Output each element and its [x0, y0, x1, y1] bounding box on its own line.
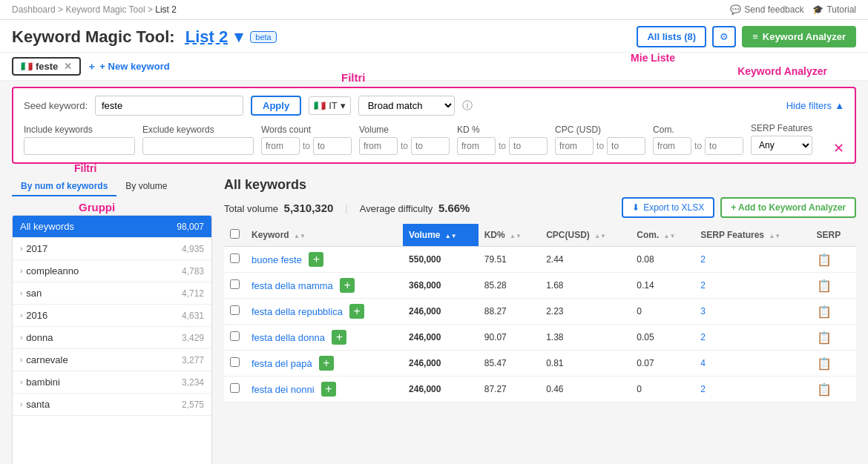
add-keyword-button-1[interactable]: +	[340, 278, 355, 293]
match-type-select[interactable]: Broad match Phrase match Exact match Rel…	[358, 96, 455, 116]
total-volume-value: 5,310,320	[284, 202, 334, 214]
row-checkbox-0[interactable]	[230, 253, 240, 263]
keyword-link-4[interactable]: festa del papà	[251, 358, 312, 369]
keyword-link-3[interactable]: festa della donna	[251, 332, 325, 343]
filter-row-1: Seed keyword: Apply 🇮🇹 IT ▾ Broad match …	[24, 96, 844, 116]
header-kd[interactable]: KD% ▲▼	[479, 224, 540, 247]
row-serp-icon-4[interactable]: 📋	[811, 351, 856, 377]
sidebar-item-donna[interactable]: › donna 3,429	[13, 327, 211, 349]
cpc-to[interactable]	[607, 137, 645, 155]
exclude-keywords-input[interactable]	[142, 137, 254, 155]
header-com[interactable]: Com. ▲▼	[631, 224, 694, 247]
header-keyword[interactable]: Keyword ▲▼	[246, 224, 403, 247]
seed-keyword-input[interactable]	[95, 96, 243, 116]
row-keyword-cell: festa del papà +	[246, 351, 403, 377]
volume-group: Volume to	[359, 125, 450, 155]
sidebar-item-bambini[interactable]: › bambini 3,234	[13, 371, 211, 394]
row-checkbox-4[interactable]	[230, 357, 240, 367]
serp-detail-icon[interactable]: 📋	[817, 279, 832, 292]
list-dropdown-icon[interactable]: ▾	[234, 27, 243, 46]
hide-filters-button[interactable]: Hide filters ▲	[786, 100, 844, 111]
row-serp-icon-1[interactable]: 📋	[811, 273, 856, 299]
keyword-link-0[interactable]: buone feste	[251, 254, 302, 265]
header-serp-features[interactable]: SERP Features ▲▼	[694, 224, 810, 247]
keyword-analyzer-button[interactable]: ≡ Keyword Analyzer	[742, 26, 856, 47]
filtri-annotation-2: Filtri	[74, 162, 96, 174]
serp-detail-icon[interactable]: 📋	[817, 253, 832, 266]
sidebar-item-2017[interactable]: › 2017 4,935	[13, 238, 211, 260]
serp-detail-icon[interactable]: 📋	[817, 383, 832, 396]
new-keyword-button[interactable]: ＋ + New keyword	[87, 60, 169, 73]
new-keyword-icon: ＋	[87, 60, 96, 73]
sidebar-item-carnevale[interactable]: › carnevale 3,277	[13, 349, 211, 371]
active-tag[interactable]: 🇮🇹 feste ✕	[12, 57, 81, 76]
com-to[interactable]	[705, 137, 743, 155]
gear-icon: ⚙	[720, 31, 729, 42]
volume-sort-icon: ▲▼	[445, 233, 457, 239]
sidebar-item-all-keywords[interactable]: All keywords 98,007	[13, 216, 211, 238]
volume-from[interactable]	[359, 137, 398, 155]
add-to-analyzer-button[interactable]: + Add to Keyword Analyzer	[720, 197, 856, 218]
row-serp-icon-5[interactable]: 📋	[811, 377, 856, 402]
row-checkbox-3[interactable]	[230, 331, 240, 341]
table-row: festa della donna + 246,000 90.07 1.38 0…	[224, 325, 856, 351]
feedback-icon: 💬	[730, 4, 741, 15]
breadcrumb-current: List 2	[155, 4, 177, 15]
volume-to[interactable]	[411, 137, 450, 155]
keyword-link-5[interactable]: festa dei nonni	[251, 384, 315, 395]
header-volume[interactable]: Volume ▲▼	[403, 224, 479, 247]
words-count-to[interactable]	[313, 137, 352, 155]
tutorial-link[interactable]: 🎓 Tutorial	[812, 4, 856, 15]
com-range: to	[653, 137, 743, 155]
tag-label: feste	[36, 61, 58, 72]
row-checkbox-5[interactable]	[230, 383, 240, 393]
row-serp-icon-3[interactable]: 📋	[811, 325, 856, 351]
row-volume-5: 246,000	[403, 377, 479, 402]
serp-detail-icon[interactable]: 📋	[817, 305, 832, 318]
serp-detail-icon[interactable]: 📋	[817, 331, 832, 344]
tag-close-icon[interactable]: ✕	[64, 61, 72, 72]
serp-features-select[interactable]: Any	[751, 136, 812, 155]
add-keyword-button-4[interactable]: +	[319, 356, 334, 371]
kd-to[interactable]	[509, 137, 548, 155]
chevron-right-icon: ›	[20, 245, 22, 253]
row-checkbox-2[interactable]	[230, 305, 240, 315]
row-serp-icon-0[interactable]: 📋	[811, 247, 856, 273]
add-keyword-button-3[interactable]: +	[332, 330, 346, 345]
tab-by-volume[interactable]: By volume	[116, 177, 176, 196]
filter-row-2: Include keywords Exclude keywords Words …	[24, 123, 844, 155]
add-keyword-button-5[interactable]: +	[321, 382, 336, 397]
add-keyword-button-2[interactable]: +	[349, 304, 364, 319]
chevron-right-icon: ›	[20, 267, 22, 275]
include-keywords-input[interactable]	[24, 137, 135, 155]
cpc-from[interactable]	[555, 137, 594, 155]
keyword-link-2[interactable]: festa della repubblica	[251, 306, 343, 317]
words-count-from[interactable]	[261, 137, 300, 155]
kd-from[interactable]	[457, 137, 496, 155]
info-icon[interactable]: ⓘ	[462, 99, 473, 113]
row-checkbox-cell	[224, 351, 246, 377]
com-from[interactable]	[653, 137, 691, 155]
tab-by-num-keywords[interactable]: By num of keywords	[12, 177, 116, 196]
serp-detail-icon[interactable]: 📋	[817, 357, 832, 370]
apply-button[interactable]: Apply	[251, 96, 301, 116]
header-cpc[interactable]: CPC(USD) ▲▼	[540, 224, 631, 247]
sidebar-item-san[interactable]: › san 4,712	[13, 282, 211, 305]
row-checkbox-1[interactable]	[230, 279, 240, 289]
header-serp[interactable]: SERP	[811, 224, 856, 247]
keyword-link-1[interactable]: festa della mamma	[251, 280, 333, 291]
export-xlsx-button[interactable]: ⬇ Export to XLSX	[622, 197, 714, 218]
add-keyword-button-0[interactable]: +	[309, 252, 323, 267]
send-feedback-link[interactable]: 💬 Send feedback	[730, 4, 803, 15]
sidebar-item-compleanno[interactable]: › compleanno 4,783	[13, 260, 211, 282]
country-dropdown-icon: ▾	[341, 100, 346, 111]
clear-filters-button[interactable]: ✕	[833, 142, 844, 155]
sidebar-item-2016[interactable]: › 2016 4,631	[13, 305, 211, 327]
settings-button[interactable]: ⚙	[712, 26, 736, 47]
sidebar-item-santa[interactable]: › santa 2,575	[13, 394, 211, 416]
row-serp-icon-2[interactable]: 📋	[811, 299, 856, 325]
row-checkbox-cell	[224, 247, 246, 273]
country-selector[interactable]: 🇮🇹 IT ▾	[309, 96, 351, 115]
select-all-checkbox[interactable]	[230, 229, 240, 239]
all-lists-button[interactable]: All lists (8)	[637, 26, 706, 47]
